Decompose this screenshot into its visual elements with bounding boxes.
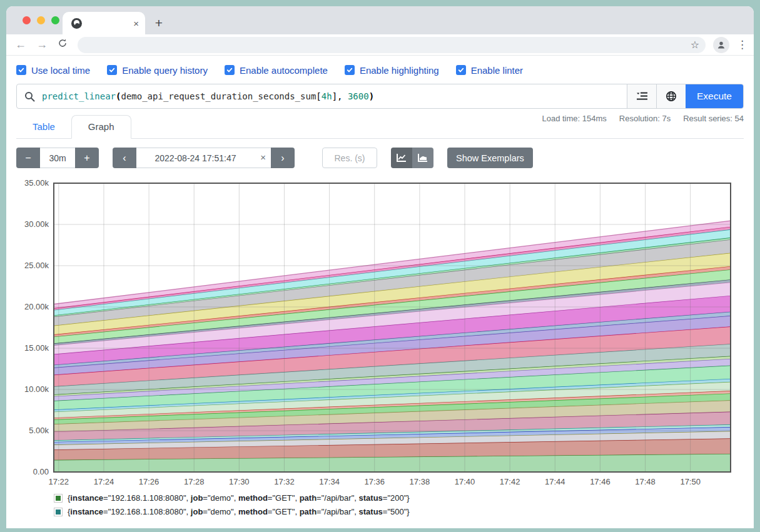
svg-text:17:34: 17:34	[319, 477, 340, 486]
graph-panel: 17:2217:2417:2617:2817:3017:3217:3417:36…	[16, 176, 744, 491]
svg-text:17:48: 17:48	[635, 477, 656, 486]
query-token-number: 3600	[348, 91, 369, 101]
svg-text:17:26: 17:26	[139, 477, 160, 486]
svg-text:17:30: 17:30	[229, 477, 250, 486]
svg-text:17:44: 17:44	[545, 477, 565, 486]
svg-text:10.00k: 10.00k	[24, 384, 49, 394]
prometheus-favicon-icon	[71, 18, 82, 29]
checkbox-label: Enable linter	[471, 65, 523, 76]
checkbox-checked-icon[interactable]	[456, 65, 466, 75]
enable-linter-checkbox[interactable]: Enable linter	[456, 65, 523, 76]
stacked-chart-toggle-icon[interactable]	[412, 148, 433, 168]
datetime-input[interactable]	[136, 148, 271, 168]
series-color-swatch	[54, 494, 63, 503]
stacked-area-chart[interactable]: 17:2217:2417:2617:2817:3017:3217:3417:36…	[16, 176, 744, 488]
result-tabs: Table Graph Load time: 154ms Resolution:…	[16, 115, 744, 139]
svg-text:17:50: 17:50	[680, 477, 701, 486]
svg-text:17:22: 17:22	[49, 477, 69, 486]
execute-button[interactable]: Execute	[686, 84, 743, 108]
desktop-frame: × + ← → ☆ ⋮ Use local ti	[0, 0, 760, 532]
range-decrease-button[interactable]: −	[16, 148, 40, 168]
legend-item[interactable]: {instance="192.168.1.108:8080", job="dem…	[54, 493, 744, 503]
checkbox-label: Enable query history	[122, 65, 208, 76]
search-icon	[17, 84, 42, 108]
enable-highlighting-checkbox[interactable]: Enable highlighting	[345, 65, 439, 76]
svg-text:17:42: 17:42	[500, 477, 520, 486]
new-tab-button[interactable]: +	[150, 14, 168, 32]
query-token-punct: ,	[337, 91, 348, 101]
query-token-bracket: ]	[332, 91, 337, 101]
svg-text:17:32: 17:32	[274, 477, 295, 486]
svg-text:15.00k: 15.00k	[24, 343, 49, 353]
resolution-stat: Resolution: 7s	[619, 114, 671, 123]
enable-query-history-checkbox[interactable]: Enable query history	[107, 65, 208, 76]
browser-window: × + ← → ☆ ⋮ Use local ti	[6, 6, 754, 528]
checkbox-checked-icon[interactable]	[225, 65, 235, 75]
series-label: {instance="192.168.1.108:8080", job="dem…	[68, 507, 410, 516]
reload-icon[interactable]	[58, 38, 68, 51]
query-token-duration: 4h	[322, 91, 332, 101]
checkbox-label: Enable autocomplete	[240, 65, 328, 76]
checkbox-label: Enable highlighting	[360, 65, 439, 76]
query-input-group: predict_linear(demo_api_request_duration…	[16, 84, 744, 109]
checkbox-checked-icon[interactable]	[16, 65, 26, 75]
series-label: {instance="192.168.1.108:8080", job="dem…	[68, 493, 410, 503]
query-token-metric: demo_api_request_duration_seconds_sum	[121, 91, 316, 101]
tab-table[interactable]: Table	[16, 116, 71, 138]
query-token-paren: )	[369, 91, 374, 101]
result-series-stat: Result series: 54	[683, 114, 744, 123]
svg-text:30.00k: 30.00k	[24, 219, 49, 229]
browser-menu-icon[interactable]: ⋮	[737, 38, 747, 51]
browser-toolbar: ← → ☆ ⋮	[6, 34, 754, 56]
address-bar[interactable]: ☆	[78, 37, 706, 53]
tab-close-icon[interactable]: ×	[133, 19, 139, 28]
maximize-window-button[interactable]	[51, 16, 59, 24]
svg-text:5.00k: 5.00k	[29, 426, 49, 435]
time-back-button[interactable]: ‹	[113, 148, 136, 168]
query-stats: Load time: 154ms Resolution: 7s Result s…	[542, 114, 744, 123]
checkbox-checked-icon[interactable]	[345, 65, 355, 75]
chart-type-toggle	[391, 148, 433, 168]
enable-autocomplete-checkbox[interactable]: Enable autocomplete	[225, 65, 328, 76]
load-time-stat: Load time: 154ms	[542, 114, 606, 123]
checkbox-label: Use local time	[31, 65, 90, 76]
tab-graph[interactable]: Graph	[71, 115, 131, 139]
svg-text:17:40: 17:40	[455, 477, 475, 486]
forward-icon[interactable]: →	[36, 38, 48, 51]
close-window-button[interactable]	[23, 16, 31, 24]
series-color-swatch	[54, 508, 63, 516]
bookmark-star-icon[interactable]: ☆	[691, 39, 699, 51]
svg-text:17:28: 17:28	[184, 477, 205, 486]
back-icon[interactable]: ←	[15, 38, 26, 51]
checkbox-checked-icon[interactable]	[107, 65, 117, 75]
options-row: Use local time Enable query history Enab…	[16, 61, 744, 79]
svg-text:17:46: 17:46	[590, 477, 611, 486]
range-increase-button[interactable]: +	[75, 148, 99, 168]
profile-avatar[interactable]	[713, 37, 729, 53]
svg-text:25.00k: 25.00k	[24, 261, 49, 270]
query-expression-input[interactable]: predict_linear(demo_api_request_duration…	[42, 84, 627, 108]
time-forward-button[interactable]: ›	[271, 148, 295, 168]
show-exemplars-button[interactable]: Show Exemplars	[447, 148, 533, 168]
range-input[interactable]	[40, 148, 75, 168]
legend-item[interactable]: {instance="192.168.1.108:8080", job="dem…	[54, 507, 744, 516]
metrics-explorer-button[interactable]	[627, 84, 656, 108]
use-local-time-checkbox[interactable]: Use local time	[16, 65, 90, 76]
graph-controls: − + ‹ × ›	[16, 148, 744, 168]
window-controls	[23, 16, 59, 24]
query-token-paren: (	[116, 91, 121, 101]
datetime-picker: ‹ × ›	[113, 148, 295, 168]
query-token-bracket: [	[316, 91, 321, 101]
prometheus-page: Use local time Enable query history Enab…	[6, 56, 754, 528]
browser-tabstrip: × +	[6, 6, 754, 34]
series-legend: {instance="192.168.1.108:8080", job="dem…	[54, 493, 744, 516]
globe-icon-button[interactable]	[656, 84, 686, 108]
clear-datetime-icon[interactable]: ×	[260, 152, 266, 163]
resolution-input[interactable]	[322, 148, 377, 168]
line-chart-toggle-icon[interactable]	[391, 148, 412, 168]
svg-text:17:24: 17:24	[94, 477, 114, 486]
svg-text:0.00: 0.00	[33, 467, 49, 476]
minimize-window-button[interactable]	[37, 16, 45, 24]
svg-text:17:38: 17:38	[410, 477, 430, 486]
browser-tab[interactable]: ×	[63, 12, 145, 34]
